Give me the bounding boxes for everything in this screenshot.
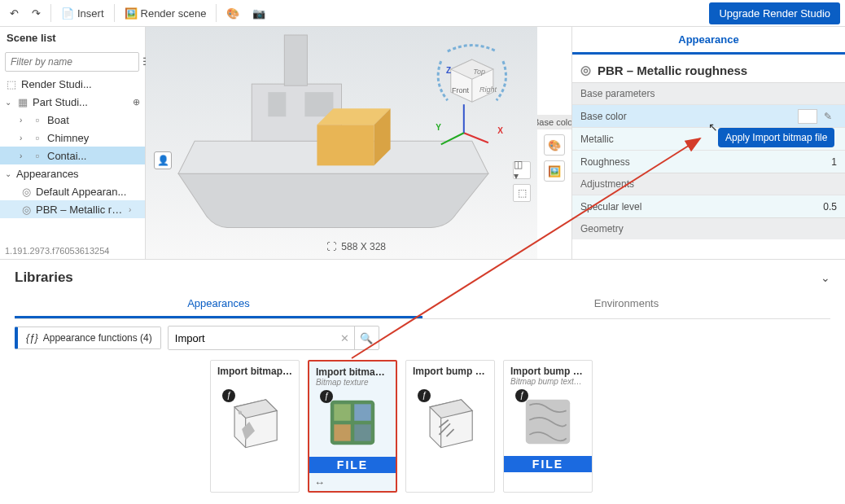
inspector-icon-col: Base color 🎨 🖼️ <box>537 27 571 259</box>
viewport-dimensions: ⛶ 588 X 328 <box>326 241 386 252</box>
edit-icon[interactable]: ✎ <box>824 111 837 122</box>
filter-input[interactable] <box>5 52 139 72</box>
prop-roughness[interactable]: Roughness 1 <box>572 150 845 173</box>
tree-item-container[interactable]: › ▫ Contai... <box>0 147 145 164</box>
svg-rect-11 <box>334 404 350 420</box>
part-icon: ▫ <box>31 150 44 162</box>
anchor-icon: ⊕ <box>133 97 140 107</box>
svg-rect-4 <box>317 125 374 165</box>
version-label: 1.191.2973.f76053613254 <box>0 243 145 259</box>
toolbar: ↶ ↷ 📄 Insert 🖼️ Render scene 🎨 📷 Upgrade… <box>0 0 845 27</box>
render-button[interactable]: 🖼️ Render scene <box>120 2 212 24</box>
function-badge-icon: ƒ <box>515 389 528 402</box>
scene-list-header: Scene list <box>0 27 145 49</box>
cube-top-label[interactable]: Top <box>473 68 485 76</box>
libraries-panel: Libraries ⌄ Appearances Environments {ƒ}… <box>0 259 845 501</box>
chevron-right-icon: › <box>129 205 140 214</box>
tree-item-boat[interactable]: › ▫ Boat <box>0 111 145 129</box>
info-button[interactable]: 👤 <box>154 151 172 169</box>
undo-button[interactable]: ↶ <box>5 2 24 24</box>
appearance-functions-filter[interactable]: {ƒ} Appearance functions (4) <box>15 327 161 349</box>
apply-tooltip: Apply Import bitmap file <box>718 128 834 147</box>
tree-item-default-appearance[interactable]: ◎ Default Appearan... <box>0 182 145 200</box>
chevron-down-icon: ⌄ <box>5 98 13 107</box>
section-geometry[interactable]: Geometry <box>572 217 845 239</box>
svg-rect-1 <box>268 92 286 116</box>
axis-z-label: Z <box>446 66 451 75</box>
function-badge-icon: ƒ <box>320 390 333 403</box>
insert-button[interactable]: 📄 Insert <box>56 2 109 24</box>
svg-point-9 <box>239 410 243 414</box>
frame-icon: ⛶ <box>326 241 336 252</box>
tree-item-chimney[interactable]: › ▫ Chimney <box>0 129 145 147</box>
insert-label: Insert <box>77 7 104 20</box>
part-icon: ▫ <box>31 132 44 144</box>
library-search: ✕ 🔍 <box>168 326 379 350</box>
tab-appearances[interactable]: Appearances <box>15 291 422 318</box>
axis-x-label: X <box>497 126 503 135</box>
card-import-bump-1[interactable]: Import bump m... ƒ <box>405 360 495 493</box>
libraries-title: Libraries <box>15 270 73 286</box>
section-adjustments: Adjustments <box>572 173 845 195</box>
drag-icon: ↔ <box>314 476 325 489</box>
color-swatch[interactable] <box>798 109 817 124</box>
tool-a-button[interactable]: 🎨 <box>221 2 244 24</box>
prop-specular[interactable]: Specular level 0.5 <box>572 195 845 217</box>
svg-rect-13 <box>334 424 350 440</box>
view-mode-button[interactable]: ◫ ▾ <box>513 161 531 179</box>
redo-button[interactable]: ↷ <box>27 2 46 24</box>
scene-tree: ⬚ Render Studi... ⌄ ▦ Part Studi... ⊕ › … <box>0 75 145 243</box>
tree-item-render-studio[interactable]: ⬚ Render Studi... <box>0 75 145 93</box>
studio-icon: ⬚ <box>5 78 18 90</box>
file-badge: FILE <box>504 456 592 472</box>
appearance-icon: ◎ <box>20 186 33 198</box>
inspector-title: ◎ PBR – Metallic roughness <box>572 55 845 82</box>
clear-icon[interactable]: ✕ <box>335 332 354 344</box>
svg-rect-3 <box>284 35 307 85</box>
svg-rect-15 <box>526 399 570 443</box>
fit-view-button[interactable]: ⬚ <box>513 184 531 202</box>
tab-appearance[interactable]: Appearance <box>572 27 845 55</box>
appearance-icon: ◎ <box>20 204 33 216</box>
svg-rect-12 <box>354 404 370 420</box>
chevron-right-icon: › <box>20 134 28 142</box>
cube-right-label[interactable]: Right <box>479 85 497 94</box>
tree-section-appearances[interactable]: ⌄ Appearances <box>0 164 145 182</box>
sidebar: Scene list ☰ ⬚ Render Studi... ⌄ ▦ Part … <box>0 27 146 259</box>
tool-b-button[interactable]: 📷 <box>247 2 270 24</box>
insert-icon: 📄 <box>61 7 74 20</box>
upgrade-button[interactable]: Upgrade Render Studio <box>709 2 840 24</box>
card-import-bump-file[interactable]: Import bump m... Bitmap bump texture ƒ F… <box>503 360 593 493</box>
function-badge-icon: ƒ <box>418 389 431 402</box>
tab-environments[interactable]: Environments <box>422 291 830 318</box>
chevron-right-icon: › <box>20 116 28 125</box>
axis-y-label: Y <box>436 123 441 132</box>
texture-palette-icon[interactable]: 🎨 <box>544 134 565 156</box>
appearance-icon: ◎ <box>580 63 591 77</box>
card-import-bitmap-1[interactable]: Import bitmap fi... ƒ <box>210 360 300 493</box>
function-icon: {ƒ} <box>26 332 38 344</box>
chevron-right-icon: › <box>20 151 28 160</box>
viewport[interactable]: Top Front Right Z X Y 👤 ◫ ▾ ⬚ ⛶ 588 X 32… <box>146 27 537 259</box>
chevron-down-icon: ⌄ <box>5 169 13 178</box>
collapse-icon[interactable]: ⌄ <box>821 271 830 284</box>
card-import-bitmap-file[interactable]: Import bitmap fi... Bitmap texture ƒ FIL… <box>308 360 397 493</box>
render-label: Render scene <box>141 7 207 20</box>
svg-rect-14 <box>354 424 370 440</box>
search-icon[interactable]: 🔍 <box>354 327 379 349</box>
section-base-parameters: Base parameters <box>572 82 845 104</box>
file-badge: FILE <box>309 457 396 473</box>
tree-item-pbr-metallic[interactable]: ◎ PBR – Metallic ro... › <box>0 200 145 218</box>
search-input[interactable] <box>169 327 335 349</box>
part-icon: ▦ <box>16 96 29 108</box>
cube-front-label[interactable]: Front <box>452 86 469 94</box>
tree-item-part-studio[interactable]: ⌄ ▦ Part Studi... ⊕ <box>0 93 145 111</box>
cursor-icon: ↖ <box>708 121 718 134</box>
function-badge-icon: ƒ <box>222 389 235 402</box>
texture-image-icon[interactable]: 🖼️ <box>544 160 565 182</box>
render-icon: 🖼️ <box>125 7 138 20</box>
library-cards: Import bitmap fi... ƒ Import bitmap fi..… <box>15 357 830 501</box>
part-icon: ▫ <box>31 114 44 126</box>
scene-render <box>146 27 537 256</box>
